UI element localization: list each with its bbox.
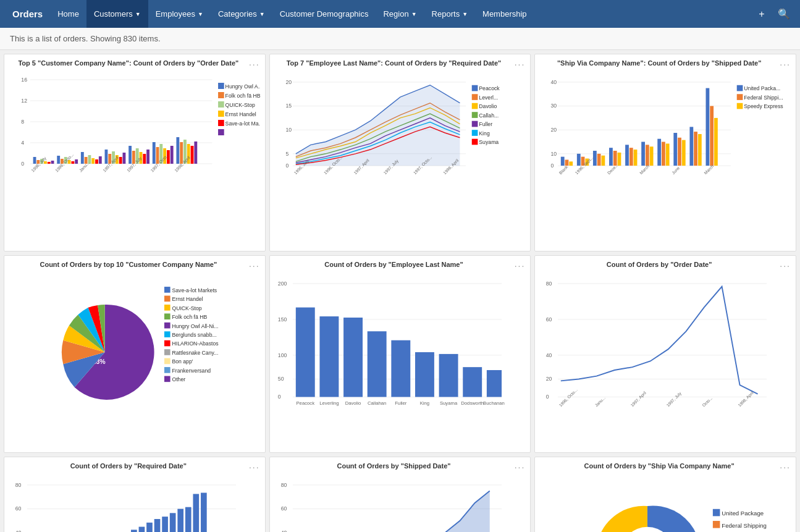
chart-card-8: Count of Orders by "Shipped Date" ··· 80… xyxy=(269,457,531,532)
chart-menu-2[interactable]: ··· xyxy=(515,59,526,69)
svg-text:Suyama: Suyama xyxy=(440,400,458,406)
nav-item-membership[interactable]: Membership xyxy=(475,0,534,28)
svg-text:Rattlesnake Cany...: Rattlesnake Cany... xyxy=(172,350,218,356)
svg-rect-190 xyxy=(343,318,363,397)
chart-card-2: Top 7 "Employee Last Name": Count of Ord… xyxy=(269,54,531,251)
nav-item-categories[interactable]: Categories ▼ xyxy=(211,0,272,28)
chart-menu-1[interactable]: ··· xyxy=(249,59,260,69)
svg-text:Bon app': Bon app' xyxy=(172,358,193,365)
svg-text:1996, Octo...: 1996, Octo... xyxy=(558,387,578,407)
svg-text:Leverl...: Leverl... xyxy=(479,95,498,101)
svg-rect-138 xyxy=(706,88,710,166)
svg-text:Callah...: Callah... xyxy=(479,112,499,119)
nav-item-reports[interactable]: Reports ▼ xyxy=(424,0,475,28)
chart-title-5: Count of Orders by "Employee Last Name" xyxy=(275,261,526,268)
svg-text:United Package: United Package xyxy=(722,510,764,517)
svg-rect-120 xyxy=(609,148,613,166)
svg-text:4: 4 xyxy=(21,140,24,146)
svg-rect-194 xyxy=(391,340,410,397)
chart-card-4: Count of Orders by top 10 "Customer Comp… xyxy=(4,255,266,453)
subheader: This is a list of orders. Showing 830 it… xyxy=(0,28,800,50)
svg-rect-126 xyxy=(642,142,646,166)
svg-text:10: 10 xyxy=(285,127,292,133)
svg-rect-40 xyxy=(153,142,156,164)
svg-text:Janu...: Janu... xyxy=(78,161,90,173)
svg-rect-34 xyxy=(128,146,132,164)
svg-rect-91 xyxy=(471,103,478,109)
svg-text:0: 0 xyxy=(546,394,549,400)
svg-rect-87 xyxy=(471,85,478,91)
svg-text:Janu...: Janu... xyxy=(594,395,606,407)
svg-rect-122 xyxy=(618,153,621,166)
svg-rect-129 xyxy=(658,139,662,166)
svg-rect-124 xyxy=(629,148,633,166)
svg-text:Dece...: Dece... xyxy=(607,163,619,175)
chart-menu-6[interactable]: ··· xyxy=(780,261,791,271)
svg-text:200: 200 xyxy=(277,281,287,287)
chart-menu-7[interactable]: ··· xyxy=(249,462,260,472)
svg-text:Buchanan: Buchanan xyxy=(483,400,505,406)
svg-rect-202 xyxy=(487,370,502,397)
chart-area-4: 74.3% Save-a-lot Markets Ernst Handel QU… xyxy=(9,272,260,433)
svg-rect-162 xyxy=(164,323,171,329)
svg-text:Ernst Handel: Ernst Handel xyxy=(225,111,256,117)
chart-area-6: 80 60 40 20 0 1996, Octo... Janu... 1997… xyxy=(540,272,791,433)
svg-text:Save-a-lot Markets: Save-a-lot Markets xyxy=(172,287,217,293)
svg-rect-198 xyxy=(439,354,458,397)
svg-rect-123 xyxy=(625,145,629,166)
svg-text:10: 10 xyxy=(551,151,557,157)
svg-text:15: 15 xyxy=(285,103,292,109)
svg-rect-158 xyxy=(164,305,171,311)
nav-item-employees[interactable]: Employees ▼ xyxy=(148,0,211,28)
svg-rect-286 xyxy=(713,521,720,528)
nav-item-region[interactable]: Region ▼ xyxy=(376,0,424,28)
svg-rect-99 xyxy=(471,139,478,145)
svg-text:Hungry Owl A...: Hungry Owl A... xyxy=(225,83,260,90)
svg-rect-59 xyxy=(218,83,224,89)
nav-item-customers[interactable]: Customers ▼ xyxy=(86,0,148,28)
svg-text:QUICK-Stop: QUICK-Stop xyxy=(225,102,255,108)
add-button[interactable]: + xyxy=(751,3,773,25)
chart-title-6: Count of Orders by "Order Date" xyxy=(540,261,791,268)
svg-text:Leverling: Leverling xyxy=(319,400,339,406)
svg-rect-251 xyxy=(193,494,199,532)
nav-item-customer-demographics[interactable]: Customer Demographics xyxy=(272,0,376,28)
svg-text:1997, July: 1997, July xyxy=(666,391,683,408)
svg-text:0: 0 xyxy=(21,161,24,167)
chart-menu-4[interactable]: ··· xyxy=(249,261,260,271)
chart-menu-3[interactable]: ··· xyxy=(780,59,791,69)
chart-area-9: 39.3% 30.7% 30% United Package Federal S… xyxy=(540,473,791,532)
svg-rect-10 xyxy=(33,157,36,164)
svg-text:King: King xyxy=(419,400,429,406)
svg-rect-97 xyxy=(471,130,478,136)
chart-card-6: Count of Orders by "Order Date" ··· 80 6… xyxy=(534,255,796,453)
chart-card-7: Count of Orders by "Required Date" ··· 8… xyxy=(4,457,266,532)
svg-rect-156 xyxy=(164,296,171,302)
svg-rect-119 xyxy=(602,156,605,166)
svg-text:QUICK-Stop: QUICK-Stop xyxy=(172,305,201,311)
svg-text:Ernst Handel: Ernst Handel xyxy=(172,296,203,302)
svg-text:40: 40 xyxy=(15,530,22,532)
svg-rect-14 xyxy=(48,162,51,164)
svg-rect-130 xyxy=(662,142,665,166)
nav-item-home[interactable]: Home xyxy=(50,0,86,28)
svg-text:50: 50 xyxy=(277,376,284,382)
svg-text:20: 20 xyxy=(546,376,552,382)
svg-rect-114 xyxy=(577,154,581,166)
svg-text:80: 80 xyxy=(546,281,552,287)
svg-rect-246 xyxy=(154,519,161,532)
svg-rect-196 xyxy=(415,352,434,397)
chart-menu-9[interactable]: ··· xyxy=(780,462,791,472)
search-button[interactable]: 🔍 xyxy=(773,3,795,25)
chart-card-9: Count of Orders by "Ship Via Company Nam… xyxy=(534,457,796,532)
svg-rect-133 xyxy=(678,138,681,166)
chart-menu-8[interactable]: ··· xyxy=(515,462,526,472)
svg-text:Folk och fä HB: Folk och fä HB xyxy=(225,93,260,99)
svg-rect-139 xyxy=(710,106,714,166)
svg-rect-250 xyxy=(185,507,192,532)
svg-rect-170 xyxy=(164,358,171,365)
chart-area-5: 200 150 100 50 0 Peacock Leverling Davol… xyxy=(275,272,526,433)
chart-menu-5[interactable]: ··· xyxy=(515,261,526,271)
svg-text:King: King xyxy=(479,130,490,137)
svg-text:Frankenversand: Frankenversand xyxy=(172,368,211,374)
